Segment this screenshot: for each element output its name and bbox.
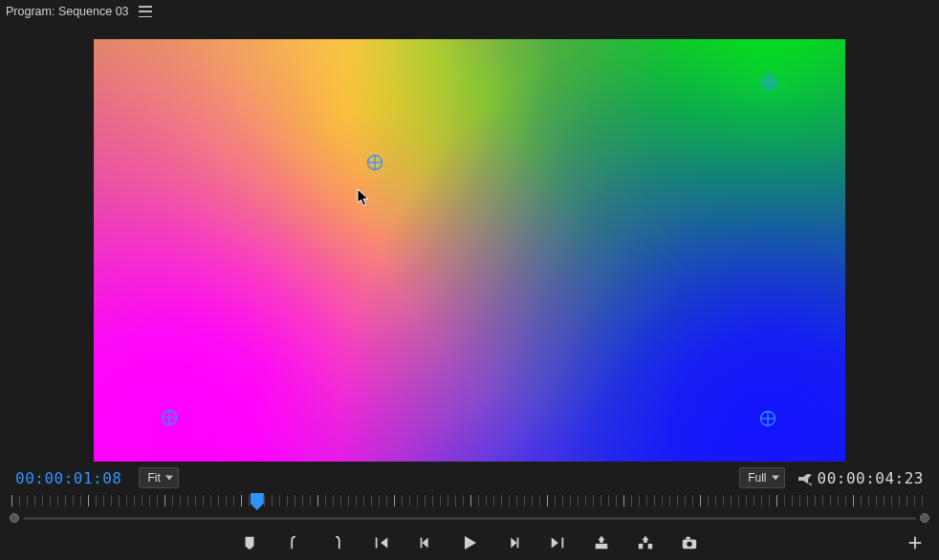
resolution-dropdown[interactable]: Full — [739, 467, 784, 488]
effect-point-blue[interactable] — [759, 410, 776, 427]
time-ruler[interactable] — [11, 495, 928, 510]
svg-rect-23 — [909, 542, 922, 544]
svg-rect-15 — [562, 538, 564, 549]
step-forward-button[interactable] — [502, 531, 525, 554]
info-bar: 00:00:01:08 Fit Full 00:00:04:23 — [0, 463, 939, 493]
zoom-handle-left[interactable] — [10, 513, 19, 523]
playhead[interactable] — [251, 493, 264, 510]
svg-rect-16 — [596, 544, 608, 549]
transport-controls — [0, 526, 939, 560]
ruler-ticks-major — [11, 495, 928, 506]
effect-point-yellow[interactable] — [366, 154, 383, 171]
panel-title: Program: Sequence 03 — [6, 5, 129, 18]
extract-button[interactable] — [634, 531, 657, 554]
zoom-dropdown[interactable]: Fit — [139, 467, 178, 488]
svg-rect-18 — [648, 544, 653, 549]
duration-timecode: 00:00:04:23 — [818, 469, 924, 487]
go-to-out-button[interactable] — [546, 531, 569, 554]
mark-out-button[interactable] — [326, 531, 349, 554]
svg-rect-14 — [517, 538, 519, 549]
svg-rect-13 — [421, 538, 423, 549]
settings-wrench-icon[interactable] — [798, 468, 818, 487]
svg-rect-12 — [376, 538, 378, 549]
gradient-blue — [94, 39, 845, 462]
step-back-button[interactable] — [414, 531, 437, 554]
chevron-down-icon — [165, 476, 173, 481]
zoom-handle-right[interactable] — [920, 513, 929, 523]
lift-button[interactable] — [590, 531, 613, 554]
zoom-scroll-track[interactable] — [10, 512, 929, 524]
zoom-bar[interactable] — [23, 517, 916, 520]
video-canvas[interactable] — [94, 39, 845, 462]
effect-point-green[interactable] — [760, 74, 777, 91]
mark-in-button[interactable] — [282, 531, 305, 554]
button-editor-add-icon[interactable] — [905, 532, 926, 553]
program-monitor — [0, 23, 939, 463]
effect-point-magenta[interactable] — [161, 409, 178, 426]
svg-rect-21 — [686, 537, 690, 540]
add-marker-button[interactable] — [238, 531, 261, 554]
chevron-down-icon — [772, 476, 779, 481]
svg-point-20 — [687, 542, 691, 547]
play-button[interactable] — [458, 531, 481, 554]
export-frame-button[interactable] — [678, 531, 701, 554]
panel-menu-icon[interactable] — [139, 6, 152, 17]
resolution-value: Full — [748, 471, 766, 485]
zoom-value: Fit — [147, 471, 160, 485]
go-to-in-button[interactable] — [370, 531, 393, 554]
svg-rect-17 — [639, 544, 644, 549]
current-timecode[interactable]: 00:00:01:08 — [15, 469, 121, 487]
